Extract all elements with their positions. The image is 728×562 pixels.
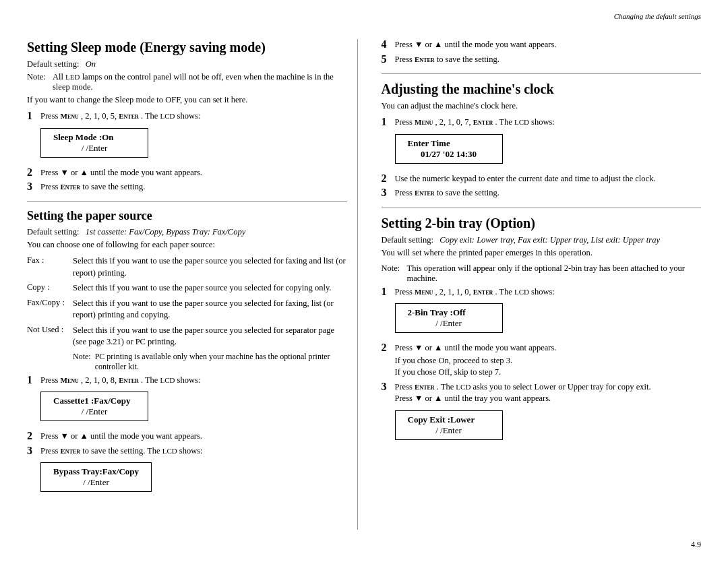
right-divider-1 <box>382 73 702 74</box>
sleep-mode-section: Setting Sleep mode (Energy saving mode) … <box>27 39 347 193</box>
left-column: Setting Sleep mode (Energy saving mode) … <box>27 39 358 530</box>
bt-step-num-2: 2 <box>382 342 391 353</box>
lcd-smallcaps: LCD <box>160 112 175 120</box>
ps-step1-row: 1 Press Menu , 2, 1, 0, 8, Enter . The L… <box>27 375 347 387</box>
cassette-lcd-line1: Cassette1 :Fax/Copy <box>53 396 135 406</box>
ps-step-num-3: 3 <box>27 445 36 456</box>
bt-lcd-sc2: LCD <box>456 383 471 391</box>
note-label: Note: <box>27 72 49 92</box>
right-step-num-5: 5 <box>382 54 391 65</box>
cl-enter-sc2: Enter <box>415 189 435 197</box>
clock-step-num-3: 3 <box>382 187 391 198</box>
right-divider-2 <box>382 208 702 208</box>
ps-enter-sc: Enter <box>119 376 139 384</box>
bt-step1: 1 Press Menu , 2, 1, 1, 0, Enter . The L… <box>382 286 702 338</box>
step2-text: Press ▼ or ▲ until the mode you want app… <box>40 167 347 179</box>
bin-tray-section: Setting 2-bin tray (Option) Default sett… <box>382 215 702 444</box>
clock-step3-text: Press Enter to save the setting. <box>395 187 702 199</box>
copy-exit-lcd: Copy Exit :Lower / /Enter <box>395 410 503 440</box>
bt-step2-note1: If you chose On, proceed to step 3. <box>395 356 702 366</box>
notused-text: Select this if you want to use the paper… <box>73 325 347 348</box>
paper-source-default: Default setting: 1st cassette: Fax/Copy,… <box>27 227 347 237</box>
clock-title: Adjusting the machine's clock <box>382 81 702 97</box>
lcd-line2: / /Enter <box>53 143 135 154</box>
clock-step-num-2: 2 <box>382 173 391 184</box>
cassette-lcd-line2: / /Enter <box>53 406 135 417</box>
bt-step1-row: 1 Press Menu , 2, 1, 1, 0, Enter . The L… <box>382 286 702 299</box>
right-step4-text: Press ▼ or ▲ until the mode you want app… <box>395 39 702 51</box>
bt-default-value: Copy exit: Lower tray, Fax exit: Upper t… <box>439 235 660 245</box>
ps-step1: 1 Press Menu , 2, 1, 0, 8, Enter . The L… <box>27 375 347 426</box>
enter-smallcaps: Enter <box>119 112 139 120</box>
bt-step2-note2: If you chose Off, skip to step 7. <box>395 367 702 377</box>
clock-step2-text: Use the numeric keypad to enter the curr… <box>395 173 702 185</box>
bt-note-text: This operation will appear only if the o… <box>407 263 702 284</box>
bt-step3-text: Press Enter . The LCD asks you to select… <box>395 381 702 405</box>
bypass-lcd-line1: Bypass Tray:Fax/Copy <box>53 466 139 477</box>
bin-tray-title: Setting 2-bin tray (Option) <box>382 215 702 231</box>
clock-step1: 1 Press Menu , 2, 1, 0, 7, Enter . The L… <box>382 117 702 168</box>
clock-intro: You can adjust the machine's clock here. <box>382 101 702 111</box>
copy-label: Copy : <box>27 282 73 294</box>
menu-smallcaps: Menu <box>61 112 79 120</box>
page-header: Changing the default settings <box>614 12 701 20</box>
bt-step2-text: Press ▼ or ▲ until the mode you want app… <box>395 342 702 354</box>
ps-nested-note: Note: PC printing is available only when… <box>73 352 347 372</box>
paper-source-title: Setting the paper source <box>27 209 347 224</box>
bypass-lcd-line2: / /Enter <box>53 477 139 488</box>
ps-step2-text: Press ▼ or ▲ until the mode you want app… <box>40 431 347 443</box>
enter-sc: Enter <box>61 183 81 191</box>
ps-step1-text: Press Menu , 2, 1, 0, 8, Enter . The LCD… <box>40 375 347 387</box>
sleep-step3-row: 3 Press Enter to save the setting. <box>27 181 347 193</box>
clock-step-num-1: 1 <box>382 117 391 127</box>
copy-text: Select this if you want to use the paper… <box>73 282 347 294</box>
fax-label: Fax : <box>27 255 73 279</box>
bt-menu-sc: Menu <box>415 288 433 296</box>
ps-step2-row: 2 Press ▼ or ▲ until the mode you want a… <box>27 431 347 443</box>
bt-step-num-1: 1 <box>382 286 391 297</box>
clock-step2-row: 2 Use the numeric keypad to enter the cu… <box>382 173 702 185</box>
enter-time-lcd-line2: 01/27 '02 14:30 <box>408 149 490 160</box>
bypass-lcd: Bypass Tray:Fax/Copy / /Enter <box>40 462 152 492</box>
ps-menu-sc: Menu <box>61 376 79 384</box>
sleep-mode-title: Setting Sleep mode (Energy saving mode) <box>27 39 347 55</box>
bt-step3: 3 Press Enter . The LCD asks you to sele… <box>382 381 702 444</box>
sleep-step1-row: 1 Press Menu , 2, 1, 0, 5, Enter . The L… <box>27 111 347 123</box>
ps-step3-text: Press Enter to save the setting. The LCD… <box>40 445 347 458</box>
nested-note-text: PC printing is available only when your … <box>95 352 347 372</box>
ps-default-value: 1st cassette: Fax/Copy, Bypass Tray: Fax… <box>86 227 245 237</box>
ps-lcd-sc2: LCD <box>162 447 177 455</box>
bt-step-num-3: 3 <box>382 381 391 392</box>
bt-enter-sc: Enter <box>473 288 493 296</box>
note-text: All LED lamps on the control panel will … <box>53 72 347 92</box>
sleep-if-line: If you want to change the Sleep mode to … <box>27 95 347 105</box>
bt-step1-text: Press Menu , 2, 1, 1, 0, Enter . The LCD… <box>395 286 702 299</box>
ps-enter-sc2: Enter <box>61 447 81 455</box>
default-value: On <box>86 59 96 69</box>
ps-options-table: Fax : Select this if you want to use the… <box>27 255 347 372</box>
bin-tray-lcd-line1: 2-Bin Tray :Off <box>408 307 490 318</box>
sleep-mode-lcd: Sleep Mode :On / /Enter <box>40 128 148 158</box>
ps-choose-text: You can choose one of following for each… <box>27 240 347 250</box>
notused-label: Not Used : <box>27 325 73 348</box>
bin-tray-default: Default setting: Copy exit: Lower tray, … <box>382 235 702 245</box>
bt-note: Note: This operation will appear only if… <box>382 263 702 284</box>
step-num-2: 2 <box>27 167 36 178</box>
clock-step3-row: 3 Press Enter to save the setting. <box>382 187 702 199</box>
led-smallcaps: LED <box>65 73 80 81</box>
clock-step1-text: Press Menu , 2, 1, 0, 7, Enter . The LCD… <box>395 117 702 129</box>
sleep-mode-default: Default setting: On <box>27 59 347 69</box>
lcd-line1: Sleep Mode :On <box>53 132 135 143</box>
bt-enter-sc2: Enter <box>415 383 435 391</box>
r-enter-sc: Enter <box>415 55 435 63</box>
step-num-1: 1 <box>27 111 36 121</box>
fax-text: Select this if you want to use the paper… <box>73 255 347 279</box>
faxcopy-text: Select this if you want to use the paper… <box>73 298 347 321</box>
cl-enter-sc: Enter <box>473 118 493 126</box>
clock-step1-row: 1 Press Menu , 2, 1, 0, 7, Enter . The L… <box>382 117 702 129</box>
clock-section: Adjusting the machine's clock You can ad… <box>382 81 702 199</box>
copy-exit-lcd-line1: Copy Exit :Lower <box>408 414 490 425</box>
ps-step3: 3 Press Enter to save the setting. The L… <box>27 445 347 497</box>
ps-step3-row: 3 Press Enter to save the setting. The L… <box>27 445 347 458</box>
bt-intro: You will set where the printed paper eme… <box>382 248 702 258</box>
